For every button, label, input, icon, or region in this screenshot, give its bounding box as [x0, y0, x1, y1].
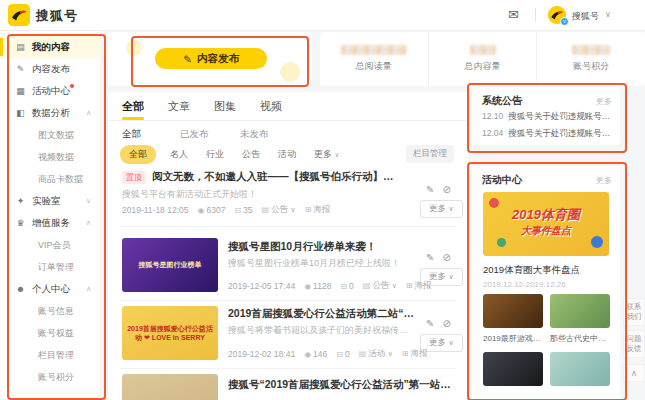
announcement-item[interactable]: 12.10搜狐号关于处罚违规账号的…: [482, 111, 612, 123]
sidebar-item-publish[interactable]: ✎ 内容发布: [0, 58, 100, 80]
item-more-button[interactable]: 更多 ∨: [420, 200, 463, 218]
sidebar-item-article-data[interactable]: 图文数据: [0, 124, 100, 146]
edit-icon[interactable]: ✎: [426, 252, 434, 263]
activity-card-thumbnail[interactable]: [550, 294, 610, 328]
delete-icon[interactable]: ⊘: [442, 252, 450, 263]
sidebar-item-product-card-data[interactable]: 商品卡数据: [0, 168, 100, 190]
activity-card-caption[interactable]: 2019最肝游戏…: [483, 333, 545, 344]
sidebar-item-label: 栏目管理: [38, 349, 74, 362]
category-filter-industry[interactable]: 行业: [206, 148, 224, 161]
column-manage-button[interactable]: 栏目管理: [406, 145, 454, 163]
sidebar-item-video-data[interactable]: 视频数据: [0, 146, 100, 168]
delete-icon[interactable]: ⊘: [442, 184, 450, 195]
category-filter-activity[interactable]: 活动: [278, 148, 296, 161]
announcement-text: 搜狐号关于处罚违规账号的…: [508, 128, 612, 138]
sidebar-item-activity-center[interactable]: ▦ 活动中心: [0, 80, 100, 102]
activity-feature-title[interactable]: 2019体育圈大事件盘点: [483, 264, 580, 277]
announcement-item[interactable]: 12.04搜狐号关于处罚违规账号的…: [482, 128, 612, 140]
content-publish-button[interactable]: ✎ 内容发布: [155, 48, 267, 69]
item-poster-link[interactable]: ⊞海报: [402, 348, 428, 360]
more-label: 更多: [314, 149, 332, 159]
chart-icon: ◧: [15, 108, 26, 118]
content-item-title[interactable]: 搜狐号星图10月行业榜单来袭！: [228, 240, 418, 254]
category-filter-celebrity[interactable]: 名人: [170, 148, 188, 161]
status-filter-all[interactable]: 全部: [122, 128, 141, 141]
sidebar-item-column-management[interactable]: 栏目管理: [0, 344, 100, 366]
item-meta-row: 2019-12-02 18:41 ◉146 ⊟0 ▤活动 ∨ ⊞海报: [228, 348, 428, 360]
item-category-select[interactable]: ▤公告 ∨: [363, 280, 397, 292]
stat-label: 账号积分: [573, 60, 609, 73]
sidebar-item-label: 图文数据: [38, 129, 74, 142]
stat-label: 总阅读量: [356, 60, 392, 73]
collapse-up-icon[interactable]: ∧: [86, 219, 91, 227]
item-thumbnail[interactable]: 搜狐号星图行业榜单: [122, 238, 218, 292]
collapse-up-icon[interactable]: ∧: [86, 285, 91, 293]
tab-videos[interactable]: 视频: [260, 99, 282, 114]
banner-text-line2: 大事件盘点: [483, 224, 609, 238]
content-item-title[interactable]: 2019首届搜狐爱心行公益活动第二站“爱在鹿里”圆满举办: [228, 307, 418, 321]
censored-value: [572, 45, 610, 55]
tab-all[interactable]: 全部: [122, 99, 144, 114]
sidebar-item-vip-member[interactable]: VIP会员: [0, 234, 100, 256]
activity-more-link[interactable]: 更多: [596, 175, 612, 186]
person-icon: ☻: [15, 284, 26, 294]
collapse-down-icon[interactable]: ∨: [86, 197, 91, 205]
content-icon: ▤: [15, 42, 26, 52]
sohu-mp-dashboard: 搜狐号 ✉ v 搜狐号 ∨ ▤ 我的内容 ✎ 内容发布 ▦: [0, 0, 645, 400]
account-name[interactable]: 搜狐号: [572, 10, 599, 23]
sidebar-item-order-management[interactable]: 订单管理: [0, 256, 100, 278]
activity-card-thumbnail[interactable]: [483, 294, 543, 328]
activity-card-thumbnail[interactable]: [550, 352, 610, 386]
category-filter-announcement[interactable]: 公告: [242, 148, 260, 161]
content-item-title[interactable]: 阅文无数，不如邀人入驻——【搜狐号伯乐行动】开启: [152, 170, 402, 184]
item-meta-row: 2019-12-05 17:44 ◉1128 ⊟0 ▤公告 ∨ ⊞海报: [228, 280, 432, 292]
sidebar-item-my-content[interactable]: ▤ 我的内容: [0, 36, 100, 58]
category-filter-more[interactable]: 更多 ∨: [314, 148, 340, 161]
account-caret-down-icon[interactable]: ∨: [605, 10, 611, 19]
sidebar-item-account-points[interactable]: 账号积分: [0, 366, 100, 388]
stat-total-reads: 总阅读量: [320, 32, 429, 86]
sidebar-item-lab[interactable]: ✦ 实验室 ∨: [0, 190, 100, 212]
sidebar-item-data-analysis[interactable]: ◧ 数据分析 ∧: [0, 102, 100, 124]
activity-card-caption[interactable]: 那些古代史中的…: [550, 333, 612, 344]
sidebar-item-personal-center[interactable]: ☻ 个人中心 ∧: [0, 278, 100, 300]
item-poster-link[interactable]: ⊞海报: [406, 280, 432, 292]
collapse-up-icon[interactable]: ∧: [86, 109, 91, 117]
activity-card-thumbnail[interactable]: [483, 352, 543, 386]
status-filter-unpublished[interactable]: 未发布: [240, 128, 269, 141]
delete-icon[interactable]: ⊘: [442, 318, 450, 329]
banner-text-line1: 2019体育圈: [483, 206, 609, 224]
caret-down-icon: ∨: [335, 151, 340, 158]
caret-down-icon: ∨: [291, 206, 296, 213]
contact-us-button[interactable]: 联系我们: [623, 298, 645, 326]
item-poster-link[interactable]: ⊞海报: [305, 204, 331, 216]
item-thumbnail[interactable]: 2019首届搜狐爱心行公益活动 ❤ LOVE in SERRY: [122, 306, 218, 360]
feedback-button[interactable]: 问题反馈: [623, 330, 645, 358]
item-actions: ✎ ⊘: [426, 318, 451, 329]
activity-feature-banner[interactable]: 2019体育圈 大事件盘点: [483, 192, 609, 256]
sidebar-item-account-info[interactable]: 账号信息: [0, 300, 100, 322]
comment-count: 35: [243, 205, 252, 215]
back-to-top-button[interactable]: ∧: [623, 364, 645, 382]
more-label: 更多: [429, 337, 446, 347]
edit-icon[interactable]: ✎: [426, 184, 434, 195]
sidebar-item-value-added-services[interactable]: ♛ 增值服务 ∧: [0, 212, 100, 234]
sidebar-item-label: 内容发布: [32, 63, 70, 76]
sohu-logo-icon[interactable]: [8, 4, 30, 26]
mail-icon[interactable]: ✉: [508, 7, 519, 22]
announcements-more-link[interactable]: 更多: [596, 96, 612, 107]
item-category-select[interactable]: ▤活动 ∨: [359, 348, 393, 360]
item-category-select[interactable]: ▤公告 ∨: [262, 204, 296, 216]
publish-card: ✎ 内容发布: [108, 32, 312, 86]
view-count: 6307: [206, 205, 225, 215]
edit-icon[interactable]: ✎: [426, 318, 434, 329]
sidebar-item-account-rights[interactable]: 账号权益: [0, 322, 100, 344]
item-thumbnail[interactable]: [122, 374, 218, 400]
status-filter-published[interactable]: 已发布: [180, 128, 209, 141]
content-item-title[interactable]: 搜狐号“2019首届搜狐爱心行公益活动”第一站圆满举办: [228, 378, 458, 392]
tab-articles[interactable]: 文章: [168, 99, 190, 114]
category-filter-all[interactable]: 全部: [120, 145, 156, 164]
more-label: 更多: [429, 203, 446, 213]
category-label: 公告: [271, 204, 288, 214]
tab-galleries[interactable]: 图集: [214, 99, 236, 114]
